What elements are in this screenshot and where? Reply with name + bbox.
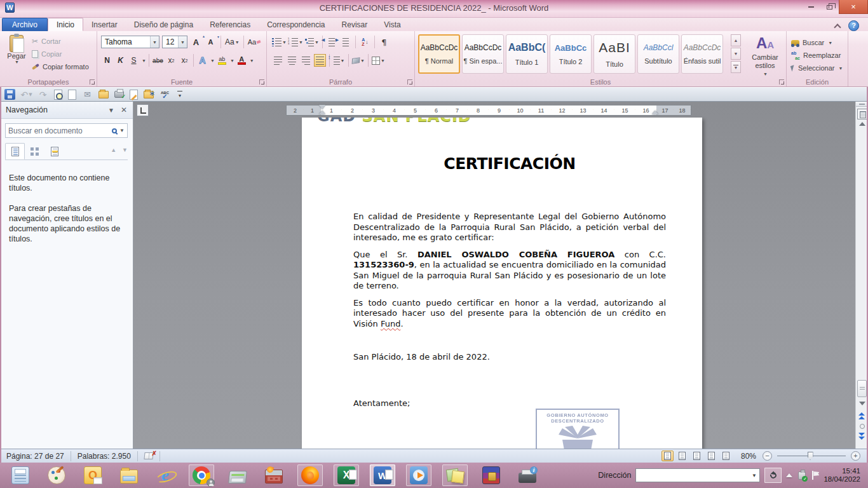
taskbar-chrome-icon[interactable] bbox=[189, 464, 214, 486]
taskbar-excel-icon[interactable]: X bbox=[334, 464, 359, 486]
print-layout-view-button[interactable] bbox=[661, 451, 674, 461]
search-icon[interactable] bbox=[112, 128, 117, 133]
align-center-button[interactable] bbox=[286, 54, 298, 67]
ruler-toggle-button[interactable] bbox=[857, 109, 867, 119]
grow-font-button[interactable]: A bbox=[190, 36, 202, 48]
style-normal[interactable]: AaBbCcDc ¶ Normal bbox=[418, 34, 460, 74]
zoom-in-button[interactable]: + bbox=[851, 451, 860, 461]
line-spacing-button[interactable]: ▼ bbox=[333, 54, 345, 67]
tab-revisar[interactable]: Revisar bbox=[334, 18, 376, 31]
word-count-status[interactable]: Palabras: 2.950 bbox=[71, 451, 138, 461]
tab-diseno-de-pagina[interactable]: Diseño de página bbox=[126, 18, 201, 31]
nav-tab-headings[interactable] bbox=[5, 143, 25, 159]
style-titulo-2[interactable]: AaBbCc Título 2 bbox=[550, 34, 592, 74]
search-options-chevron-icon[interactable]: ▼ bbox=[119, 128, 125, 133]
folder-special-icon[interactable] bbox=[144, 91, 154, 98]
redo-icon[interactable]: ↷ bbox=[37, 89, 48, 100]
web-layout-view-button[interactable] bbox=[691, 451, 703, 461]
taskbar-firefox-icon[interactable] bbox=[297, 464, 323, 486]
minimize-button[interactable] bbox=[802, 0, 820, 14]
edit-document-icon[interactable] bbox=[130, 90, 138, 100]
spellcheck-status[interactable]: ✗ bbox=[138, 451, 160, 461]
taskbar-file-explorer-icon[interactable] bbox=[116, 464, 142, 486]
text-effects-button[interactable]: A bbox=[196, 54, 208, 67]
format-painter-button[interactable]: Copiar formato bbox=[32, 60, 89, 73]
chevron-down-icon[interactable]: ▼ bbox=[230, 58, 234, 63]
left-indent-marker[interactable] bbox=[319, 111, 325, 114]
shrink-font-button[interactable]: A bbox=[205, 36, 217, 48]
subscript-button[interactable]: x2 bbox=[165, 54, 177, 67]
tab-correspondencia[interactable]: Correspondencia bbox=[259, 18, 333, 31]
nav-tab-results[interactable] bbox=[44, 143, 64, 159]
dialog-launcher-icon[interactable] bbox=[90, 79, 95, 85]
draft-view-button[interactable] bbox=[720, 451, 732, 461]
style-subtitulo[interactable]: AaBbCcl Subtítulo bbox=[637, 34, 679, 74]
print-preview-icon[interactable] bbox=[54, 90, 62, 100]
right-indent-marker[interactable] bbox=[652, 111, 658, 114]
style-enfasis-sutil[interactable]: AaBbCcDc Énfasis sutil bbox=[681, 34, 723, 74]
save-icon[interactable] bbox=[4, 89, 15, 100]
chevron-down-icon[interactable]: ▼ bbox=[150, 36, 159, 48]
style-sin-espaciado[interactable]: AaBbCcDc ¶ Sin espa... bbox=[462, 34, 504, 74]
search-input[interactable] bbox=[8, 126, 109, 135]
change-styles-button[interactable]: AA Cambiar estilos ▼ bbox=[746, 35, 784, 78]
cut-button[interactable]: ✂ Cortar bbox=[32, 35, 89, 48]
chevron-down-icon[interactable]: ▼ bbox=[178, 36, 187, 48]
taskbar-calculator-icon[interactable] bbox=[8, 464, 33, 486]
show-hide-marks-button[interactable]: ¶ bbox=[378, 36, 390, 48]
quick-print-icon[interactable] bbox=[114, 91, 124, 98]
multilevel-list-button[interactable]: ▼ bbox=[305, 36, 319, 48]
scroll-up-icon[interactable] bbox=[859, 122, 865, 126]
page-count-status[interactable]: Página: 27 de 27 bbox=[0, 451, 71, 461]
replace-button[interactable]: abac Reemplazar bbox=[791, 49, 843, 62]
document-page[interactable]: GAD SAN PLÁCIDO CERTIFICACIÓN En calidad… bbox=[302, 118, 702, 449]
undo-icon[interactable]: ↶▼ bbox=[21, 89, 32, 100]
strikethrough-button[interactable]: abe bbox=[152, 54, 164, 67]
usb-tray-icon[interactable] bbox=[798, 471, 806, 480]
nav-tab-pages[interactable] bbox=[25, 143, 44, 159]
taskbar-clock[interactable]: 15:41 18/04/2022 bbox=[824, 467, 862, 484]
spelling-icon[interactable]: ABC bbox=[159, 89, 170, 100]
taskbar-media-player-icon[interactable] bbox=[406, 464, 431, 486]
first-line-indent-marker[interactable] bbox=[319, 105, 325, 109]
nav-close-icon[interactable]: ✕ bbox=[121, 105, 127, 114]
dialog-launcher-icon[interactable] bbox=[779, 79, 784, 85]
zoom-level[interactable]: 80% bbox=[741, 452, 756, 461]
taskbar-internet-explorer-icon[interactable]: e bbox=[153, 464, 178, 486]
envelope-icon[interactable]: ✉ bbox=[82, 89, 93, 100]
nav-options-chevron-icon[interactable]: ▼ bbox=[108, 107, 114, 114]
font-family-combobox[interactable]: Tahoma ▼ bbox=[101, 36, 159, 48]
borders-button[interactable]: ▼ bbox=[372, 54, 385, 67]
zoom-slider[interactable] bbox=[777, 451, 846, 461]
address-go-button[interactable] bbox=[764, 468, 782, 483]
taskbar-outlook-icon[interactable]: O bbox=[80, 464, 105, 486]
styles-gallery-more-button[interactable]: ▼ bbox=[731, 61, 741, 73]
style-titulo-1[interactable]: AaBbC( Título 1 bbox=[506, 34, 548, 74]
minimize-ribbon-icon[interactable] bbox=[835, 23, 840, 28]
styles-scroll-up-button[interactable]: ▲ bbox=[731, 34, 741, 46]
copy-button[interactable]: Copiar bbox=[32, 48, 89, 60]
new-document-icon[interactable] bbox=[68, 90, 76, 100]
sort-button[interactable]: AZ↓ bbox=[359, 36, 371, 48]
outline-view-button[interactable] bbox=[705, 451, 717, 461]
show-hidden-icons-button[interactable] bbox=[786, 473, 792, 477]
scrollbar-thumb[interactable] bbox=[857, 380, 867, 397]
previous-heading-icon[interactable]: ▲ bbox=[111, 147, 116, 153]
chevron-down-icon[interactable]: ▼ bbox=[250, 58, 254, 63]
italic-button[interactable]: K bbox=[114, 54, 126, 67]
zoom-thumb[interactable] bbox=[808, 452, 813, 460]
scroll-down-icon[interactable] bbox=[859, 402, 865, 405]
tab-archivo[interactable]: Archivo bbox=[2, 18, 48, 31]
close-button[interactable]: × bbox=[839, 0, 868, 14]
text-highlight-button[interactable]: ab bbox=[216, 54, 228, 67]
taskbar-paint-icon[interactable] bbox=[44, 464, 69, 486]
restore-button[interactable] bbox=[820, 0, 839, 14]
dialog-launcher-icon[interactable] bbox=[259, 79, 264, 85]
taskbar-sticky-notes-icon[interactable] bbox=[442, 464, 468, 486]
help-button[interactable]: ? bbox=[848, 20, 859, 31]
underline-button[interactable]: S bbox=[128, 54, 140, 67]
taskbar-firewall-icon[interactable] bbox=[261, 464, 287, 486]
font-size-combobox[interactable]: 12 ▼ bbox=[162, 36, 187, 48]
previous-page-button[interactable] bbox=[858, 412, 865, 419]
address-input[interactable] bbox=[636, 471, 749, 480]
